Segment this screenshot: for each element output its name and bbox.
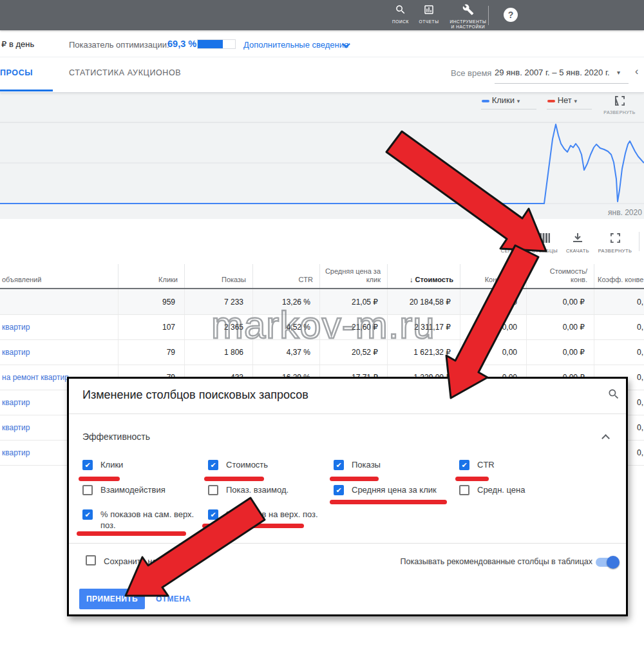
reports-nav-button[interactable]: ОТЧЕТЫ [415,4,443,24]
column-header-ctr[interactable]: CTR [253,264,320,288]
column-header-adgroup[interactable]: объявлений [0,264,118,288]
toggle-knob [607,556,620,569]
tab-search-terms[interactable]: ПРОСЫ [0,68,33,77]
red-underline-annotation [202,524,304,528]
topbar-divider [488,6,489,25]
red-underline-annotation [79,477,120,481]
cell-clicks: 107 [118,315,185,339]
checkbox-icon: ✔ [82,509,93,520]
checkbox-clicks[interactable]: ✔ Клики [82,460,208,470]
red-underline-annotation [455,477,489,481]
watermark: markov-m.ru [211,303,435,347]
checkbox-avg-cost[interactable]: ✔ Средн. цена [459,485,585,495]
checkbox-icon: ✔ [208,485,218,495]
optimization-score-label: Показатель оптимизации: [69,40,169,50]
google-ads-screen: ПОИСК ОТЧЕТЫ ИНСТРУМЕНТЫ И НАСТРОЙКИ ? ₽… [0,0,644,655]
tabs-row: ПРОСЫ СТАТИСТИКА АУКЦИОНОВ Все время 29 … [0,57,644,93]
column-header-conv-rate[interactable]: Коэфф. конве [594,264,644,288]
reports-icon [423,4,435,15]
checkbox-ctr[interactable]: ✔ CTR [459,460,585,470]
modal-divider [69,543,626,544]
time-series-chart [0,92,644,219]
search-nav-button[interactable]: ПОИСК [386,4,415,24]
optimization-bar: ₽ в день Показатель оптимизации: 69,3 % … [0,30,644,57]
checkbox-save-column-set[interactable] [86,555,96,565]
columns-label: СТОЛБЦЫ [527,248,563,254]
table-header-row: объявлений Клики Показы CTR Средняя цена… [0,264,644,289]
modal-search-button[interactable] [607,388,620,403]
checkbox-icon: ✔ [208,460,218,470]
date-range-underline [495,83,629,84]
download-label: СКАЧАТЬ [560,248,596,254]
checkbox-icon: ✔ [459,460,469,470]
chevron-up-icon[interactable] [601,434,610,442]
chevron-left-icon[interactable]: ‹ [635,66,638,77]
checkbox-cost[interactable]: ✔ Стоимость [208,460,334,470]
cell-conversions: 0,00 [460,289,527,314]
chevron-down-icon[interactable]: ▾ [617,69,620,76]
download-button[interactable]: СКАЧАТЬ [560,233,596,254]
active-tab-underline [0,90,53,91]
top-app-bar: ПОИСК ОТЧЕТЫ ИНСТРУМЕНТЫ И НАСТРОЙКИ ? [0,0,644,30]
checkbox-icon: ✔ [208,509,218,520]
modal-title: Изменение столбцов поисковых запросов [82,388,308,402]
daily-budget-label: ₽ в день [1,39,34,49]
columns-button[interactable]: СТОЛБЦЫ [527,233,563,254]
segment-icon [508,233,519,243]
chart-section: Клики ▾ Нет ▾ РАЗВЕРНУТЬ янв. 2020 [0,92,644,219]
checkbox-icon: ✔ [82,485,93,495]
date-range-preset: Все время [451,68,491,78]
apply-button[interactable]: ПРИМЕНИТЬ [79,589,145,609]
tools-nav-label: ИНСТРУМЕНТЫ И НАСТРОЙКИ [447,19,489,30]
checkbox-icon [86,555,96,565]
checkbox-icon: ✔ [334,485,344,495]
details-link[interactable]: Дополнительные сведения [243,40,348,50]
reports-nav-label: ОТЧЕТЫ [415,19,443,24]
search-term-link: квартир [0,315,118,339]
tools-nav-button[interactable]: ИНСТРУМЕНТЫ И НАСТРОЙКИ [447,4,489,30]
column-header-cost-per-conv[interactable]: Стоимость/конв. [527,264,594,288]
column-header-conversions[interactable]: Конверсии [460,264,527,288]
segment-label: СЕГМЕНТ [495,248,531,254]
recommended-columns-toggle[interactable] [596,558,618,567]
column-header-impressions[interactable]: Показы [185,264,253,288]
red-underline-annotation [330,500,447,504]
checkbox-interactions[interactable]: ✔ Взаимодействия [82,485,208,495]
search-nav-label: ПОИСК [386,19,415,24]
checkbox-abs-top-impr[interactable]: ✔ % показов на сам. верх. поз. [82,509,208,531]
cell-conversions: 0,00 [460,340,527,365]
search-term-link: квартир [0,340,118,365]
checkbox-impressions[interactable]: ✔ Показы [334,460,459,470]
optimization-score-value: 69,3 % [167,39,196,49]
table-expand-button[interactable]: РАЗВЕРНУТЬ [597,233,633,254]
section-performance-label: Эффективность [82,432,150,442]
column-header-clicks[interactable]: Клики [118,264,185,288]
search-icon [607,388,620,401]
help-button[interactable]: ? [504,8,518,22]
tab-auction-insights[interactable]: СТАТИСТИКА АУКЦИОНОВ [69,68,181,77]
search-icon [395,4,406,15]
cell-cost-per-conv: 0,00 ₽ [527,289,594,314]
date-range-value[interactable]: 29 янв. 2007 г. – 5 янв. 2020 г. [495,68,610,77]
checkbox-avg-cpc[interactable]: ✔ Средняя цена за клик [334,485,459,495]
checkbox-top-impr[interactable]: ✔ % показов на верх. поз. [208,509,334,520]
table-toolbar: СЕГМЕНТ СТОЛБЦЫ СКАЧАТЬ РАЗВЕРНУТЬ [0,219,644,264]
checkbox-icon: ✔ [334,460,344,470]
checkbox-interaction-rate[interactable]: ✔ Показ. взаимод. [208,485,334,495]
segment-button[interactable]: СЕГМЕНТ [495,233,531,254]
table-expand-label: РАЗВЕРНУТЬ [597,248,633,254]
edit-columns-modal: Изменение столбцов поисковых запросов Эф… [67,377,628,616]
expand-icon [611,233,620,243]
cell-clicks: 959 [118,289,185,314]
red-underline-annotation [77,531,186,536]
row-label [0,289,118,314]
cell-cost-per-conv: 0,00 ₽ [527,315,594,339]
cell-conversions: 0,00 [460,315,527,339]
column-header-cost-sorted[interactable]: ↓ Стоимость [388,264,460,288]
column-header-avg-cpc[interactable]: Средняя цена за клик [320,264,388,288]
toolbar-divider [639,232,639,251]
red-underline-annotation [330,477,379,481]
cancel-button[interactable]: ОТМЕНА [149,589,198,609]
clicks-series-line [0,124,644,204]
help-icon: ? [508,10,514,20]
